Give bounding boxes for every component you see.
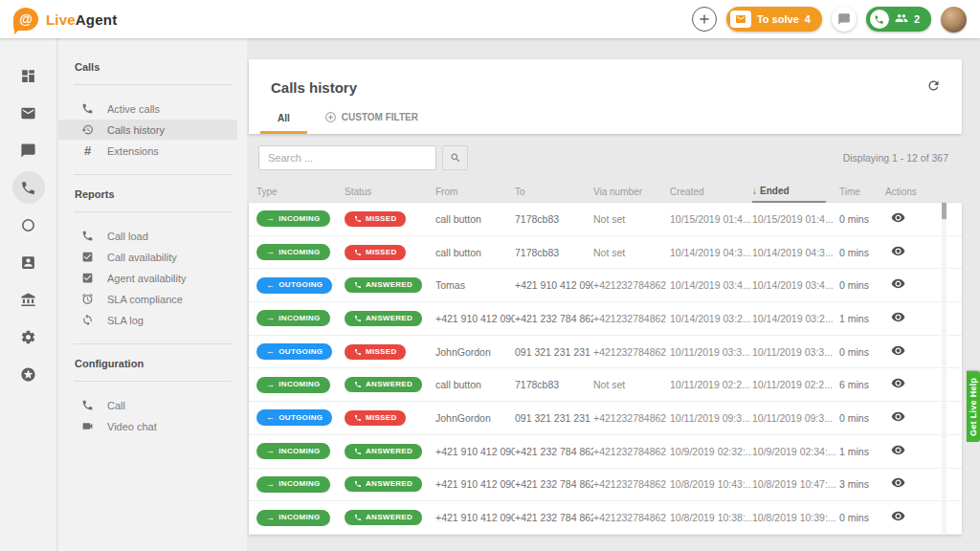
table-scrollbar[interactable] <box>942 203 947 535</box>
table-toolbar: Displaying 1 - 12 of 367 <box>258 145 962 170</box>
tab-all[interactable]: All <box>260 113 307 134</box>
column-header-ended[interactable]: ↓Ended <box>752 180 826 203</box>
nav-item-calls-history[interactable]: Calls history <box>58 120 237 140</box>
call-status-label: ANSWERED <box>366 448 412 455</box>
nav-item-sla-log[interactable]: SLA log <box>58 310 247 330</box>
view-call-details-button[interactable] <box>885 443 905 460</box>
column-header-type[interactable]: Type <box>256 180 345 203</box>
call-row[interactable]: →INCOMINGMISSEDcall button7178cb83Not se… <box>249 236 962 270</box>
rail-item-settings[interactable] <box>0 319 57 356</box>
chat-status-button[interactable] <box>832 7 857 32</box>
liveagent-logo[interactable]: @ LiveAgent <box>13 8 117 31</box>
view-call-details-button[interactable] <box>885 343 905 361</box>
eye-icon <box>891 409 905 424</box>
view-call-details-button[interactable] <box>885 244 905 261</box>
cell-via: Not set <box>593 379 670 390</box>
user-avatar[interactable] <box>941 7 967 33</box>
call-status-label: MISSED <box>366 348 396 356</box>
call-row[interactable]: ←OUTGOINGANSWEREDTomas+421 910 412 090+4… <box>249 269 962 302</box>
call-row[interactable]: →INCOMINGANSWERED+421 910 412 090+421 23… <box>249 302 962 336</box>
scrollbar-thumb[interactable] <box>942 203 947 219</box>
view-call-details-button[interactable] <box>885 276 905 294</box>
view-call-details-button[interactable] <box>885 210 905 228</box>
rail-item-chats[interactable] <box>0 132 57 169</box>
view-call-details-button[interactable] <box>885 310 905 327</box>
gear-icon <box>20 329 36 345</box>
column-header-created[interactable]: Created <box>670 180 752 203</box>
cell-call-status: ANSWERED <box>345 510 435 525</box>
call-row[interactable]: →INCOMINGANSWERED+421 910 412 090+421 23… <box>249 469 962 502</box>
agents-online-count: 2 <box>914 13 920 25</box>
nav-item-sla-compliance[interactable]: SLA compliance <box>58 289 247 309</box>
call-row[interactable]: ←OUTGOINGMISSEDJohnGordon091 321 231 231… <box>249 402 962 435</box>
nav-item-call-availability[interactable]: Call availability <box>58 247 247 267</box>
cell-created: 10/11/2019 03:3... <box>670 346 752 358</box>
call-status-badge: MISSED <box>345 410 406 426</box>
column-label: To <box>515 187 525 197</box>
call-row[interactable]: →INCOMINGMISSEDcall button7178cb83Not se… <box>249 203 962 236</box>
rail-item-contacts[interactable] <box>0 244 57 281</box>
rail-item-tickets[interactable] <box>0 95 57 132</box>
plus-icon <box>698 12 711 26</box>
cell-ended: 10/14/2019 03:2... <box>752 313 839 324</box>
call-row[interactable]: →INCOMINGANSWERED+421 910 412 090+421 23… <box>249 435 962 469</box>
get-live-help-button[interactable]: Get Live Help <box>967 371 980 442</box>
rail-item-calls[interactable] <box>0 169 57 207</box>
rail-item-company[interactable] <box>0 281 57 319</box>
search-input[interactable] <box>258 145 436 170</box>
arrow-left-icon: ← <box>266 281 275 290</box>
cell-to: 7178cb83 <box>515 379 593 390</box>
top-header: @ LiveAgent To solve 4 2 <box>0 0 980 38</box>
phone-status-button[interactable]: 2 <box>866 7 931 32</box>
tab-custom-filter[interactable]: CUSTOM FILTER <box>307 111 435 134</box>
nav-item-call-load[interactable]: Call load <box>58 226 247 246</box>
nav-item-extensions[interactable]: #Extensions <box>58 141 247 161</box>
cell-call-type: ←OUTGOING <box>256 409 345 426</box>
call-type-label: INCOMING <box>278 448 320 455</box>
rail-item-extras[interactable] <box>0 356 57 393</box>
refresh-button[interactable] <box>926 78 941 96</box>
cell-time: 0 mins <box>839 412 885 424</box>
nav-item-agent-availability[interactable]: Agent availability <box>58 268 247 288</box>
call-row[interactable]: →INCOMINGANSWEREDcall button7178cb83Not … <box>249 368 962 402</box>
cell-time: 3 mins <box>839 478 885 490</box>
call-status-badge: ANSWERED <box>345 444 422 459</box>
search-button[interactable] <box>442 145 468 170</box>
nav-item-video-chat[interactable]: Video chat <box>58 416 247 436</box>
cell-from: JohnGordon <box>435 412 515 424</box>
column-header-to[interactable]: To <box>515 180 593 203</box>
cell-call-type: →INCOMING <box>256 443 345 459</box>
column-header-from[interactable]: From <box>435 180 515 203</box>
cell-time: 0 mins <box>839 247 885 258</box>
call-type-label: OUTGOING <box>278 281 323 289</box>
view-call-details-button[interactable] <box>885 509 905 526</box>
view-call-details-button[interactable] <box>885 475 905 493</box>
add-new-button[interactable] <box>692 7 717 32</box>
nav-item-active-calls[interactable]: Active calls <box>58 99 247 119</box>
bank-icon <box>20 292 36 308</box>
column-label: Created <box>670 187 704 197</box>
to-solve-button[interactable]: To solve 4 <box>726 7 822 32</box>
call-row[interactable]: ←OUTGOINGMISSEDJohnGordon091 321 231 231… <box>249 336 962 369</box>
rail-item-status[interactable] <box>0 207 57 244</box>
view-call-details-button[interactable] <box>885 376 905 393</box>
column-header-status[interactable]: Status <box>345 180 435 203</box>
column-header-via-number[interactable]: Via number <box>593 180 670 203</box>
call-row[interactable]: →INCOMINGANSWERED+421 910 412 090+421 23… <box>249 501 962 535</box>
call-status-label: ANSWERED <box>366 514 412 521</box>
phone-icon <box>354 514 362 521</box>
cell-from: Tomas <box>435 279 515 291</box>
eye-icon <box>891 310 905 324</box>
column-header-time[interactable]: Time <box>839 180 885 203</box>
nav-item-call[interactable]: Call <box>58 395 247 415</box>
column-header-actions[interactable]: Actions <box>885 180 954 203</box>
call-status-label: ANSWERED <box>366 480 412 488</box>
to-solve-count: 4 <box>805 13 811 25</box>
call-type-label: INCOMING <box>278 215 320 223</box>
rail-item-dashboard[interactable] <box>0 57 57 95</box>
view-call-details-button[interactable] <box>885 409 905 427</box>
column-label: Type <box>256 187 278 197</box>
cell-via: Not set <box>593 247 670 258</box>
nav-item-label: Call availability <box>107 252 177 263</box>
sort-desc-icon: ↓ <box>752 186 757 196</box>
